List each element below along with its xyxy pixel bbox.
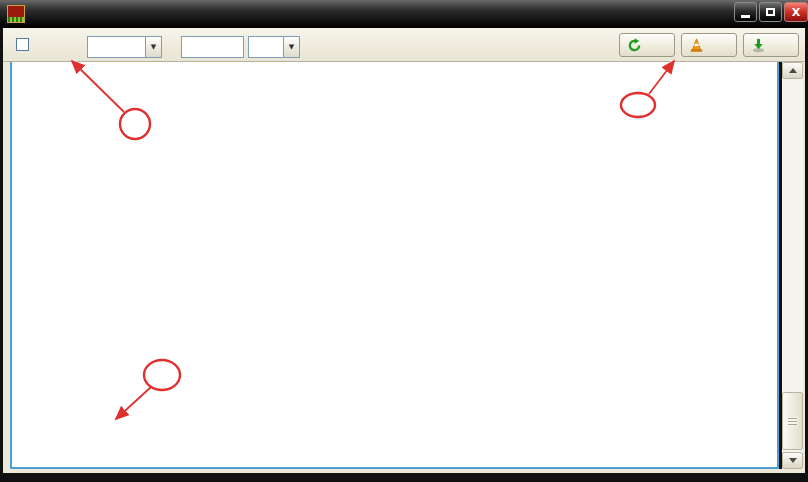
arrow-down-icon — [789, 458, 797, 463]
range-from-combobox[interactable]: ▼ — [87, 36, 162, 58]
thumb-grip — [788, 421, 797, 422]
maximize-button[interactable] — [759, 2, 782, 22]
maximize-icon — [766, 8, 775, 16]
minimize-icon — [741, 15, 750, 18]
title-bar: X — [0, 0, 808, 28]
scroll-down-button[interactable] — [782, 452, 803, 469]
app-window: X ▼ ▼ — [0, 0, 808, 482]
bottom-strip — [3, 469, 805, 473]
left-gutter — [3, 62, 10, 469]
scroll-up-button[interactable] — [782, 62, 803, 79]
thumb-grip — [788, 418, 797, 419]
close-button[interactable]: X — [784, 2, 808, 22]
right-gutter — [803, 62, 805, 469]
refresh-icon — [627, 38, 642, 53]
settings-cone-icon — [689, 38, 704, 53]
refresh-button[interactable] — [619, 33, 675, 57]
scrollbar-thumb[interactable] — [782, 392, 803, 450]
range-to-combobox[interactable] — [181, 36, 244, 58]
filter-combobox[interactable]: ▼ — [248, 36, 300, 58]
export-icon — [751, 38, 766, 53]
chevron-down-icon[interactable]: ▼ — [283, 37, 299, 57]
minimize-button[interactable] — [734, 2, 757, 22]
range-checkbox[interactable] — [16, 38, 29, 51]
arrow-up-icon — [789, 68, 797, 73]
toolbar: ▼ ▼ — [3, 28, 805, 62]
app-icon — [7, 5, 25, 23]
settings-button[interactable] — [681, 33, 737, 57]
chevron-down-icon[interactable]: ▼ — [145, 37, 161, 57]
export-button[interactable] — [743, 33, 799, 57]
toolbar-buttons — [619, 33, 799, 57]
thumb-grip — [788, 424, 797, 425]
vertical-scrollbar[interactable] — [782, 62, 803, 469]
relation-grid — [10, 62, 779, 469]
